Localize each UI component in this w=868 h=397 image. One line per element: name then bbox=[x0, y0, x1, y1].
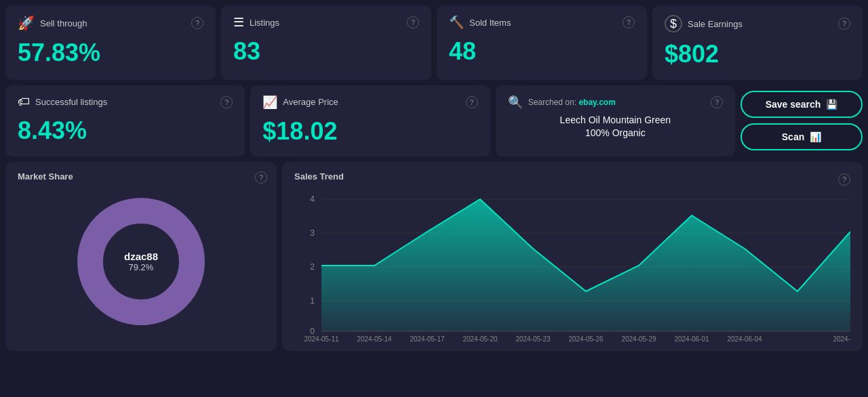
sold-items-help-icon[interactable]: ? bbox=[623, 16, 635, 28]
search-icon: 🔍 bbox=[508, 95, 523, 110]
search-query-line2: 100% Organic bbox=[508, 127, 723, 140]
svg-text:2024-05-29: 2024-05-29 bbox=[621, 335, 656, 341]
search-info-card: 🔍 Searched on: ebay.com ? Leech Oil Moun… bbox=[496, 85, 735, 157]
rocket-icon: 🚀 bbox=[18, 15, 35, 31]
search-query-line1: Leech Oil Mountain Green bbox=[508, 114, 723, 127]
svg-text:2: 2 bbox=[310, 262, 315, 272]
sale-earnings-help-icon[interactable]: ? bbox=[838, 18, 850, 30]
svg-text:2024-06-04: 2024-06-04 bbox=[727, 335, 762, 341]
listings-icon: ☰ bbox=[233, 15, 244, 30]
svg-text:1: 1 bbox=[310, 296, 315, 306]
dollar-circle-icon: $ bbox=[665, 15, 682, 33]
sale-earnings-label: Sale Earnings bbox=[688, 19, 743, 29]
market-share-title: Market Share bbox=[18, 171, 264, 182]
svg-text:2024-06-09: 2024-06-09 bbox=[833, 335, 850, 341]
average-price-header: 📈 Average Price ? bbox=[262, 95, 477, 110]
save-search-button[interactable]: Save search 💾 bbox=[741, 91, 863, 118]
average-price-help-icon[interactable]: ? bbox=[466, 96, 478, 108]
sold-items-header: 🔨 Sold Items ? bbox=[449, 15, 635, 30]
action-buttons-panel: Save search 💾 Scan 📊 bbox=[741, 85, 863, 157]
average-price-card: 📈 Average Price ? $18.02 bbox=[250, 85, 490, 157]
listings-value: 83 bbox=[233, 35, 419, 68]
listings-label: Listings bbox=[250, 18, 279, 28]
search-info-title-row: 🔍 Searched on: ebay.com bbox=[508, 95, 616, 110]
average-price-label: Average Price bbox=[283, 97, 338, 107]
save-search-label: Save search bbox=[766, 99, 821, 110]
searched-on-text: Searched on: bbox=[528, 98, 576, 107]
successful-listings-header: 🏷 Successful listings ? bbox=[18, 95, 233, 109]
sales-trend-title: Sales Trend bbox=[294, 171, 344, 182]
scan-button[interactable]: Scan 📊 bbox=[741, 123, 863, 150]
save-icon: 💾 bbox=[826, 99, 837, 110]
svg-point-0 bbox=[90, 211, 192, 312]
sell-through-value: 57.83% bbox=[18, 37, 203, 69]
listings-help-icon[interactable]: ? bbox=[407, 16, 419, 28]
sale-earnings-header: $ Sale Earnings ? bbox=[665, 15, 850, 33]
gavel-icon: 🔨 bbox=[449, 15, 464, 30]
svg-text:0: 0 bbox=[310, 327, 315, 336]
sale-earnings-card: $ Sale Earnings ? $802 bbox=[652, 5, 863, 80]
sell-through-help-icon[interactable]: ? bbox=[191, 17, 203, 29]
svg-text:2024-05-23: 2024-05-23 bbox=[515, 335, 551, 341]
sales-trend-card: Sales Trend ? 4 3 2 1 0 bbox=[282, 162, 863, 351]
search-site: ebay.com bbox=[578, 98, 615, 107]
search-query: Leech Oil Mountain Green 100% Organic bbox=[508, 114, 723, 140]
svg-text:2024-05-20: 2024-05-20 bbox=[462, 335, 498, 341]
sell-through-header: 🚀 Sell through ? bbox=[18, 15, 203, 31]
bar-chart-icon: 📊 bbox=[810, 131, 821, 142]
svg-text:3: 3 bbox=[310, 228, 315, 238]
search-info-header: 🔍 Searched on: ebay.com ? bbox=[508, 95, 723, 110]
sold-items-card: 🔨 Sold Items ? 48 bbox=[437, 5, 647, 80]
successful-listings-help-icon[interactable]: ? bbox=[220, 96, 233, 108]
market-share-help-icon[interactable]: ? bbox=[255, 171, 267, 184]
average-price-value: $18.02 bbox=[262, 115, 477, 148]
successful-listings-title-row: 🏷 Successful listings bbox=[18, 95, 107, 109]
svg-text:2024-06-01: 2024-06-01 bbox=[674, 335, 709, 341]
donut-chart: dzac88 79.2% bbox=[18, 187, 264, 336]
successful-listings-card: 🏷 Successful listings ? 8.43% bbox=[5, 85, 245, 157]
svg-text:2024-05-26: 2024-05-26 bbox=[568, 335, 604, 341]
sold-items-label: Sold Items bbox=[469, 18, 511, 28]
market-share-card: Market Share ? dzac88 bbox=[5, 162, 277, 351]
sell-through-label: Sell through bbox=[40, 18, 87, 28]
scan-label: Scan bbox=[782, 131, 804, 142]
listings-header: ☰ Listings ? bbox=[233, 15, 419, 30]
sold-items-value: 48 bbox=[449, 35, 635, 68]
bottom-row: Market Share ? dzac88 bbox=[5, 162, 863, 351]
dashboard: 🚀 Sell through ? 57.83% ☰ Listings ? 83 bbox=[0, 0, 868, 356]
svg-text:2024-05-14: 2024-05-14 bbox=[357, 335, 392, 341]
sell-through-title-row: 🚀 Sell through bbox=[18, 15, 87, 31]
sale-earnings-value: $802 bbox=[665, 38, 850, 70]
donut-svg bbox=[66, 187, 216, 336]
listings-card: ☰ Listings ? 83 bbox=[221, 5, 431, 80]
svg-text:2024-05-17: 2024-05-17 bbox=[410, 335, 445, 341]
successful-listings-value: 8.43% bbox=[18, 114, 233, 147]
mid-metrics-row: 🏷 Successful listings ? 8.43% 📈 Average … bbox=[5, 85, 863, 157]
sold-items-title-row: 🔨 Sold Items bbox=[449, 15, 511, 30]
trend-icon: 📈 bbox=[262, 95, 277, 110]
search-help-icon[interactable]: ? bbox=[711, 96, 723, 108]
svg-text:4: 4 bbox=[310, 194, 315, 204]
top-metrics-row: 🚀 Sell through ? 57.83% ☰ Listings ? 83 bbox=[5, 5, 863, 80]
searched-on-label: Searched on: ebay.com bbox=[528, 98, 616, 107]
average-price-title-row: 📈 Average Price bbox=[262, 95, 338, 110]
flag-icon: 🏷 bbox=[18, 95, 30, 109]
sales-trend-header: Sales Trend ? bbox=[294, 171, 850, 187]
svg-text:2024-05-11: 2024-05-11 bbox=[304, 335, 339, 341]
listings-title-row: ☰ Listings bbox=[233, 15, 279, 30]
trend-area bbox=[321, 199, 850, 331]
successful-listings-label: Successful listings bbox=[35, 97, 107, 107]
sell-through-card: 🚀 Sell through ? 57.83% bbox=[5, 5, 216, 80]
sales-trend-chart: 4 3 2 1 0 2024-05-11 bbox=[294, 192, 850, 341]
sales-trend-help-icon[interactable]: ? bbox=[838, 173, 850, 186]
trend-svg: 4 3 2 1 0 2024-05-11 bbox=[294, 192, 850, 341]
sale-earnings-title-row: $ Sale Earnings bbox=[665, 15, 743, 33]
